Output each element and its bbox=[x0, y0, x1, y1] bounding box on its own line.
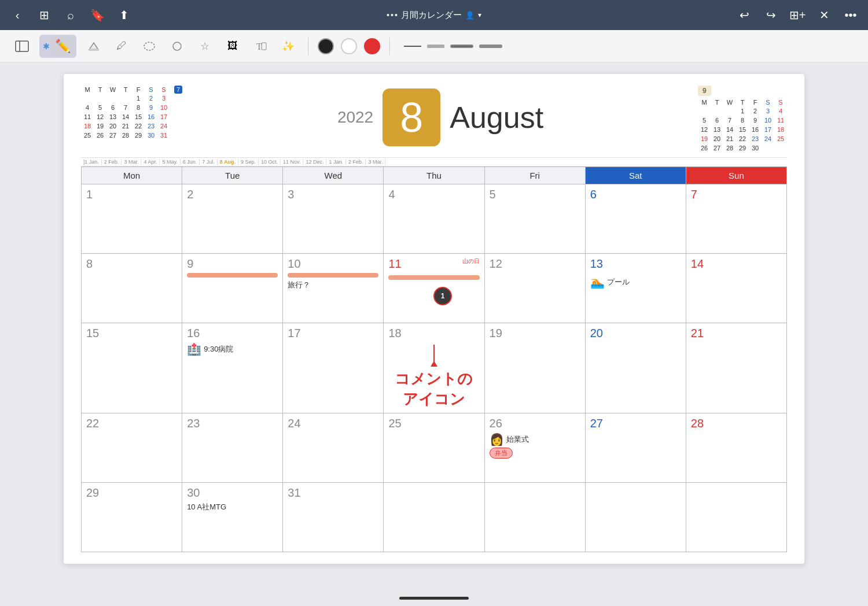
dropdown-arrow[interactable]: ▾ bbox=[478, 11, 481, 19]
day-cell-28-sun[interactable]: 28 bbox=[686, 413, 786, 483]
mini-cal-cell: 9 bbox=[749, 116, 762, 125]
mini-cal-cell: 13 bbox=[711, 125, 723, 134]
day-cell-14-sun[interactable]: 14 bbox=[686, 254, 786, 323]
day-number: 23 bbox=[187, 417, 278, 430]
day-cell-18[interactable]: 18 コメントのアイコン bbox=[384, 323, 484, 413]
day-number: 16 bbox=[187, 327, 278, 340]
eraser-tool[interactable] bbox=[83, 36, 104, 57]
undo-button[interactable]: ↩ bbox=[736, 7, 752, 23]
day-cell-8[interactable]: 8 bbox=[82, 254, 182, 323]
day-cell-empty bbox=[686, 483, 786, 552]
pencil-tool[interactable]: 🖊 bbox=[111, 36, 132, 57]
mini-cal-cell: 15 bbox=[132, 112, 145, 121]
day-cell-30[interactable]: 30 10 A社MTG bbox=[182, 483, 283, 552]
day-cell-22[interactable]: 22 bbox=[82, 413, 182, 483]
stroke-extra[interactable] bbox=[479, 45, 502, 48]
sidebar-tool[interactable] bbox=[12, 36, 32, 57]
close-button[interactable]: ✕ bbox=[816, 7, 832, 23]
comment-icon[interactable]: 1 bbox=[433, 287, 452, 305]
color-white[interactable] bbox=[341, 38, 357, 54]
image-tool[interactable]: 🖼 bbox=[222, 36, 243, 57]
mini-cal-cell: 16 bbox=[145, 112, 157, 121]
day-cell-3[interactable]: 3 bbox=[283, 184, 384, 254]
color-red[interactable] bbox=[364, 38, 380, 54]
day-cell-26[interactable]: 26 👩 始業式 弁当 bbox=[484, 413, 585, 483]
day-cell-7-sun[interactable]: 7 bbox=[686, 184, 786, 254]
timeline-item: 3 Mar. bbox=[366, 159, 385, 165]
day-cell-15[interactable]: 15 bbox=[82, 323, 182, 413]
home-indicator[interactable] bbox=[399, 597, 469, 600]
day-cell-23[interactable]: 23 bbox=[182, 413, 283, 483]
day-number: 28 bbox=[691, 417, 782, 430]
day-cell-empty bbox=[585, 483, 686, 552]
day-number: 8 bbox=[86, 257, 177, 271]
event-label: プール bbox=[607, 277, 630, 287]
grid-button[interactable]: ⊞ bbox=[36, 7, 52, 23]
mini-cal-cell: 30 bbox=[145, 131, 157, 140]
shape-picker-tool[interactable] bbox=[167, 36, 187, 57]
stroke-thick-selected[interactable] bbox=[450, 45, 473, 48]
day-cell-5[interactable]: 5 bbox=[484, 184, 585, 254]
day-cell-6-sat[interactable]: 6 bbox=[585, 184, 686, 254]
day-cell-21-sun[interactable]: 21 bbox=[686, 323, 786, 413]
day-cell-17[interactable]: 17 bbox=[283, 323, 384, 413]
day-number: 22 bbox=[86, 417, 177, 430]
drag-handle bbox=[387, 14, 398, 16]
mini-cal-cell: 21 bbox=[119, 121, 132, 131]
day-cell-empty bbox=[384, 483, 484, 552]
mini-cal-cell: 23 bbox=[749, 134, 762, 143]
day-cell-27-sat[interactable]: 27 bbox=[585, 413, 686, 483]
day-cell-25[interactable]: 25 bbox=[384, 413, 484, 483]
pen-tool[interactable]: ✏️ bbox=[52, 36, 73, 57]
bottom-bar bbox=[0, 590, 868, 606]
day-cell-16[interactable]: 16 🏥 9:30病院 bbox=[182, 323, 283, 413]
calendar-page: M T W T F S S 7 bbox=[64, 74, 804, 564]
day-number: 12 bbox=[490, 257, 580, 271]
day-cell-19[interactable]: 19 bbox=[484, 323, 585, 413]
stroke-thin[interactable] bbox=[404, 46, 421, 47]
day-number: 3 bbox=[288, 188, 378, 201]
add-page-button[interactable]: ⊞+ bbox=[789, 7, 806, 23]
mini-cal-cell: 23 bbox=[145, 121, 157, 131]
mini-cal-header: T bbox=[736, 98, 749, 106]
day-cell-24[interactable]: 24 bbox=[283, 413, 384, 483]
day-cell-9[interactable]: 9 bbox=[182, 254, 283, 323]
day-cell-11[interactable]: 11 山の日 1 bbox=[384, 254, 484, 323]
bookmark-button[interactable]: 🔖 bbox=[89, 7, 105, 23]
svg-rect-6 bbox=[262, 43, 266, 50]
day-number: 5 bbox=[490, 188, 580, 201]
month-name: August bbox=[450, 100, 543, 135]
day-cell-1[interactable]: 1 bbox=[82, 184, 182, 254]
day-cell-20-sat[interactable]: 20 bbox=[585, 323, 686, 413]
magic-tool[interactable]: ✨ bbox=[278, 36, 299, 57]
color-black[interactable] bbox=[318, 38, 334, 54]
redo-button[interactable]: ↪ bbox=[763, 7, 779, 23]
day-cell-4[interactable]: 4 bbox=[384, 184, 484, 254]
mini-cal-header: T bbox=[94, 86, 106, 94]
day-cell-13-sat[interactable]: 13 🏊 プール bbox=[585, 254, 686, 323]
share-button[interactable]: ⬆ bbox=[116, 7, 132, 23]
pool-emoji: 🏊 bbox=[590, 275, 605, 289]
back-button[interactable]: ‹ bbox=[9, 7, 25, 23]
mini-cal-cell bbox=[119, 94, 132, 103]
day-cell-29[interactable]: 29 bbox=[82, 483, 182, 552]
lasso-tool[interactable] bbox=[139, 36, 160, 57]
mini-cal-cell: 27 bbox=[106, 131, 119, 140]
day-cell-12[interactable]: 12 bbox=[484, 254, 585, 323]
search-button[interactable]: ⌕ bbox=[62, 7, 79, 23]
event-note: 10 A社MTG bbox=[187, 502, 278, 512]
event-bar bbox=[187, 273, 278, 278]
star-tool[interactable]: ☆ bbox=[194, 36, 215, 57]
day-number: 21 bbox=[691, 327, 782, 340]
more-button[interactable]: ••• bbox=[843, 7, 859, 23]
day-cell-31[interactable]: 31 bbox=[283, 483, 384, 552]
day-cell-10[interactable]: 10 旅行？ bbox=[283, 254, 384, 323]
day-cell-2[interactable]: 2 bbox=[182, 184, 283, 254]
mini-cal-cell: 24 bbox=[157, 121, 170, 131]
timeline-item: 9 Sep. bbox=[238, 159, 259, 165]
day-number: 7 bbox=[691, 188, 782, 201]
text-tool[interactable]: T bbox=[250, 36, 271, 57]
day-cell-empty bbox=[484, 483, 585, 552]
mini-cal-cell bbox=[698, 106, 711, 116]
stroke-medium[interactable] bbox=[427, 45, 444, 48]
